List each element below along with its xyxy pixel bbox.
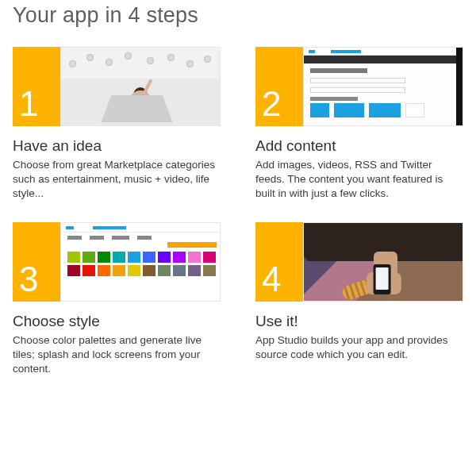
color-swatch bbox=[203, 265, 216, 276]
step-2-hero: 2 bbox=[255, 47, 463, 126]
step-4-hero: 4 bbox=[255, 222, 463, 302]
step-4-image bbox=[303, 222, 463, 302]
lightbulb-icon bbox=[147, 57, 154, 64]
step-1-hero: 1 bbox=[13, 47, 221, 126]
step-4: 4 Use it! App Studio builds your app and… bbox=[255, 222, 463, 377]
color-swatch bbox=[98, 265, 110, 276]
color-swatch bbox=[83, 265, 95, 276]
step-3-image bbox=[60, 222, 221, 302]
lightbulb-icon bbox=[69, 60, 76, 67]
color-swatch bbox=[188, 265, 201, 276]
lightbulb-icon bbox=[204, 56, 211, 63]
color-swatch bbox=[83, 252, 95, 263]
lightbulb-icon bbox=[125, 52, 132, 60]
step-1-image bbox=[60, 47, 221, 126]
step-4-number: 4 bbox=[255, 222, 303, 302]
step-2: 2 Add content Add images, videos, RSS an… bbox=[255, 47, 463, 202]
color-swatch bbox=[173, 265, 186, 276]
color-swatch bbox=[203, 252, 216, 263]
step-3-description: Choose color palettes and generate live … bbox=[13, 333, 221, 377]
step-1-description: Choose from great Marketplace categories… bbox=[13, 158, 221, 202]
step-3-title: Choose style bbox=[13, 313, 221, 330]
color-swatch bbox=[67, 252, 80, 263]
step-2-title: Add content bbox=[255, 137, 463, 155]
lightbulb-icon bbox=[86, 54, 94, 61]
step-1-number: 1 bbox=[13, 47, 60, 126]
color-swatch bbox=[67, 265, 80, 276]
color-swatch bbox=[113, 252, 125, 263]
step-2-number: 2 bbox=[255, 47, 303, 126]
lightbulb-icon bbox=[106, 59, 113, 66]
color-swatch bbox=[143, 252, 155, 263]
color-swatch bbox=[113, 265, 125, 276]
lightbulb-icon bbox=[167, 54, 175, 61]
lightbulb-icon bbox=[186, 60, 194, 67]
page-title: Your app in 4 steps bbox=[13, 3, 463, 28]
steps-grid: 1 Have an idea Choose from great Marketp… bbox=[13, 47, 463, 376]
color-swatch bbox=[143, 265, 155, 276]
step-1: 1 Have an idea Choose from great Marketp… bbox=[13, 47, 221, 202]
step-1-title: Have an idea bbox=[13, 137, 221, 155]
step-4-title: Use it! bbox=[255, 313, 463, 330]
step-4-description: App Studio builds your app and provides … bbox=[255, 333, 463, 362]
color-swatch bbox=[158, 252, 171, 263]
color-swatch bbox=[128, 252, 140, 263]
color-swatch bbox=[188, 252, 201, 263]
step-2-image bbox=[303, 47, 463, 126]
step-3-number: 3 bbox=[13, 222, 60, 302]
color-swatch bbox=[98, 252, 110, 263]
color-swatch bbox=[158, 265, 171, 276]
phone-icon bbox=[374, 264, 391, 294]
person-arm bbox=[137, 79, 152, 104]
color-swatch bbox=[128, 265, 140, 276]
color-swatch bbox=[173, 252, 186, 263]
step-3-hero: 3 bbox=[13, 222, 221, 302]
step-3: 3 Choose style Choose color palettes and… bbox=[13, 222, 221, 377]
step-2-description: Add images, videos, RSS and Twitter feed… bbox=[255, 158, 463, 202]
